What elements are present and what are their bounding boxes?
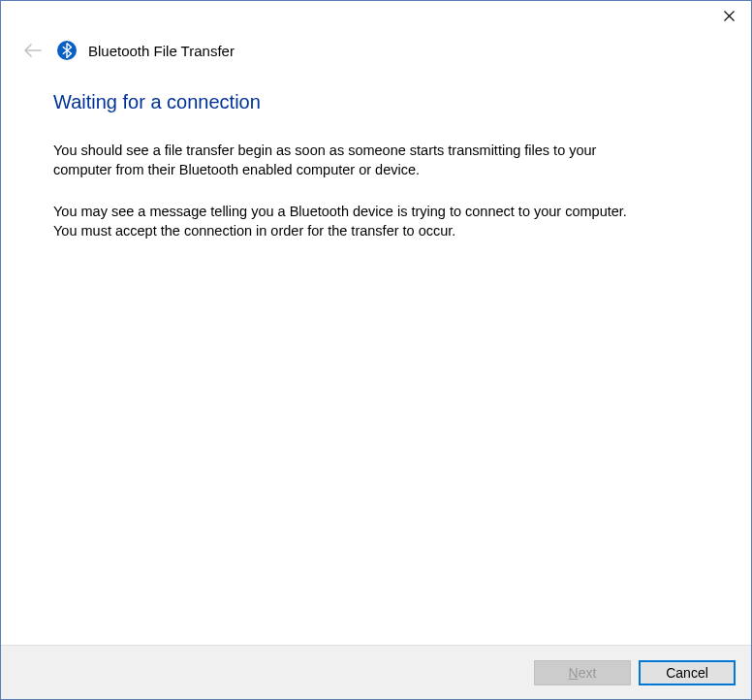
- bluetooth-icon: [57, 41, 77, 60]
- body-paragraph-1: You should see a file transfer begin as …: [53, 141, 644, 180]
- page-heading: Waiting for a connection: [53, 91, 699, 113]
- next-button-label-suffix: ext: [579, 665, 597, 681]
- content-area: Waiting for a connection You should see …: [1, 72, 751, 645]
- next-button: Next: [534, 660, 631, 685]
- cancel-button[interactable]: Cancel: [639, 660, 736, 685]
- footer: Next Cancel: [1, 645, 751, 699]
- next-button-accelerator: N: [569, 665, 579, 681]
- close-button[interactable]: [706, 1, 751, 30]
- body-paragraph-2: You may see a message telling you a Blue…: [53, 202, 644, 241]
- wizard-window: Bluetooth File Transfer Waiting for a co…: [1, 1, 751, 699]
- close-icon: [724, 11, 735, 21]
- header-row: Bluetooth File Transfer: [1, 34, 751, 72]
- window-title: Bluetooth File Transfer: [88, 43, 235, 59]
- titlebar: [1, 1, 751, 34]
- back-arrow-icon: [20, 39, 46, 62]
